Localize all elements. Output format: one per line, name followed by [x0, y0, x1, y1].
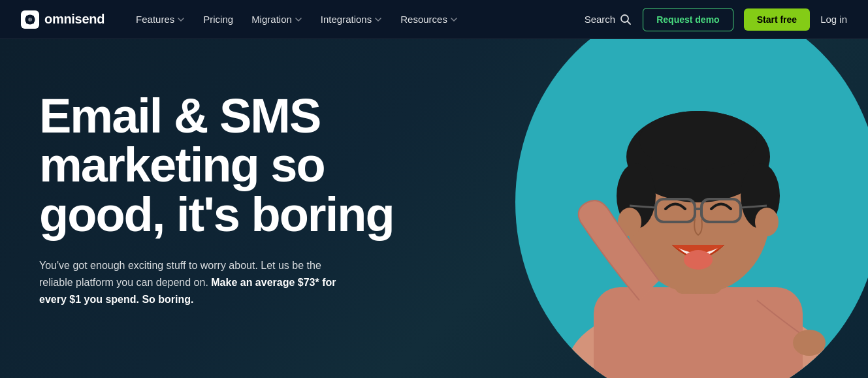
search-label: Search — [585, 14, 616, 25]
hero-person-illustration — [528, 39, 868, 378]
nav-item-resources[interactable]: Resources — [393, 10, 466, 29]
nav-item-integrations[interactable]: Integrations — [313, 10, 390, 29]
svg-rect-0 — [26, 16, 29, 19]
logo[interactable]: omnisend — [21, 10, 104, 29]
hero-subtitle: You've got enough exciting stuff to worr… — [39, 257, 353, 307]
svg-point-12 — [639, 111, 757, 170]
svg-rect-1 — [31, 16, 35, 19]
hero-content: Email & SMS marketing so good, it's bori… — [39, 78, 431, 307]
chevron-down-icon — [374, 16, 382, 24]
chevron-down-icon — [295, 16, 302, 24]
login-button[interactable]: Log in — [820, 14, 847, 25]
chevron-down-icon — [177, 16, 185, 24]
main-navbar: omnisend Features Pricing Migration Inte… — [0, 0, 868, 39]
hero-section: Email & SMS marketing so good, it's bori… — [0, 39, 868, 378]
logo-icon — [21, 10, 39, 29]
svg-point-20 — [684, 250, 713, 270]
svg-point-14 — [755, 208, 779, 236]
navbar-left: omnisend Features Pricing Migration Inte… — [21, 10, 466, 29]
hero-circle — [515, 39, 868, 378]
svg-point-21 — [793, 330, 826, 356]
navbar-right: Search Request demo Start free Log in — [585, 8, 847, 31]
svg-rect-6 — [594, 287, 803, 378]
nav-item-features[interactable]: Features — [128, 10, 193, 29]
nav-item-migration[interactable]: Migration — [244, 10, 310, 29]
search-area[interactable]: Search — [585, 13, 633, 26]
chevron-down-icon — [450, 16, 458, 24]
nav-links: Features Pricing Migration Integrations — [128, 10, 466, 29]
nav-item-pricing[interactable]: Pricing — [195, 10, 241, 29]
request-demo-button[interactable]: Request demo — [643, 8, 733, 31]
svg-rect-3 — [31, 20, 35, 24]
logo-text: omnisend — [44, 12, 104, 27]
search-icon — [619, 13, 632, 26]
svg-point-4 — [621, 15, 628, 22]
start-free-button[interactable]: Start free — [744, 8, 810, 31]
hero-title: Email & SMS marketing so good, it's bori… — [39, 91, 431, 239]
hero-image-area — [502, 39, 868, 378]
svg-rect-2 — [26, 20, 29, 24]
